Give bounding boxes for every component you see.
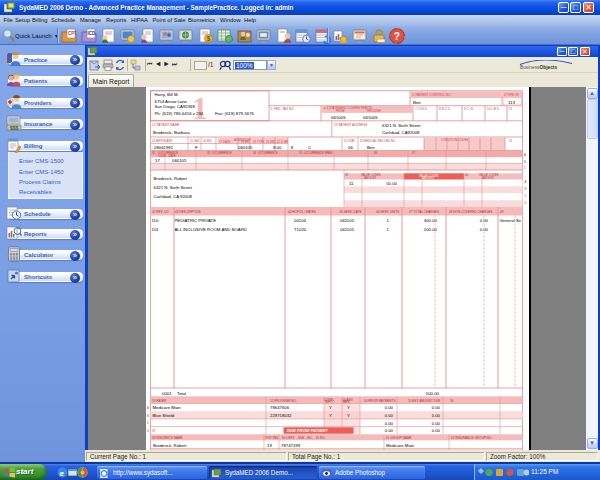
svg-text:113: 113 xyxy=(508,100,516,105)
svg-text:AMOUNT: AMOUNT xyxy=(482,176,494,180)
svg-text:ALL INCLUSIVE ROOM AND BOARD: ALL INCLUSIVE ROOM AND BOARD xyxy=(175,227,247,232)
svg-text:57: 57 xyxy=(152,429,156,433)
svg-text:Broderick, Robert: Broderick, Robert xyxy=(153,443,187,448)
svg-text:061105: 061105 xyxy=(340,218,355,223)
svg-text:061105: 061105 xyxy=(340,227,355,232)
svg-text:A: A xyxy=(525,180,527,184)
svg-text:060105: 060105 xyxy=(238,145,253,150)
svg-text:8 N-C D.: 8 N-C D. xyxy=(439,107,451,111)
svg-text:CPT: CPT xyxy=(68,31,77,36)
svg-text:22 STAT: 22 STAT xyxy=(344,139,355,143)
svg-text:9.00: 9.00 xyxy=(273,145,282,150)
svg-text:B: B xyxy=(525,187,527,191)
svg-text:C: C xyxy=(525,194,528,198)
svg-text:AMOUNT: AMOUNT xyxy=(422,176,434,180)
svg-text:59 P. REL: 59 P. REL xyxy=(265,436,279,440)
svg-text:55 EST. AMOUNT DUE: 55 EST. AMOUNT DUE xyxy=(408,399,440,403)
svg-text:0.00: 0.00 xyxy=(385,413,394,418)
svg-text:12 PATIENT NAME: 12 PATIENT NAME xyxy=(152,123,179,127)
svg-text:061005: 061005 xyxy=(363,115,378,120)
svg-text:CODE DATE: CODE DATE xyxy=(158,154,176,158)
svg-text:Fax: (619) 879-5676: Fax: (619) 879-5676 xyxy=(215,111,255,116)
svg-text:4 TYPE OF: 4 TYPE OF xyxy=(504,93,519,97)
svg-text:DUE FROM PATIENT: DUE FROM PATIENT xyxy=(287,428,328,433)
svg-text:34 OCCURRENCE: 34 OCCURRENCE xyxy=(253,151,278,155)
svg-text:Ben: Ben xyxy=(413,100,421,105)
svg-text:11: 11 xyxy=(349,181,354,186)
svg-text:0.00: 0.00 xyxy=(432,428,441,433)
svg-text:16 MS: 16 MS xyxy=(203,139,211,143)
svg-text:0.00: 0.00 xyxy=(432,405,441,410)
svg-text:300.00: 300.00 xyxy=(424,218,438,223)
svg-text:Medicare Main: Medicare Main xyxy=(153,405,182,410)
svg-text:CONDITION CODES: CONDITION CODES xyxy=(441,138,468,142)
svg-text:ICD: ICD xyxy=(87,31,96,36)
svg-text:A: A xyxy=(147,406,149,410)
svg-text:Y: Y xyxy=(347,413,350,418)
svg-text:B: B xyxy=(147,414,149,418)
svg-text:C: C xyxy=(308,145,311,150)
svg-text:40: 40 xyxy=(465,173,469,177)
svg-text:46 SERV. UNITS: 46 SERV. UNITS xyxy=(376,210,399,214)
svg-text:110: 110 xyxy=(152,218,159,223)
svg-text:50.00: 50.00 xyxy=(386,181,397,186)
svg-text:$: $ xyxy=(206,35,210,43)
svg-text:61 GROUP NAME: 61 GROUP NAME xyxy=(386,436,411,440)
svg-text:13 PATIENT ADDRESS: 13 PATIENT ADDRESS xyxy=(334,123,367,127)
svg-text:14 BIRTHDATE: 14 BIRTHDATE xyxy=(152,139,172,143)
svg-text:33 OCCURRENCE: 33 OCCURRENCE xyxy=(207,151,232,155)
svg-text:5. FED. TAX NO.: 5. FED. TAX NO. xyxy=(271,107,295,111)
svg-text:0.00: 0.00 xyxy=(432,413,441,418)
svg-text:19: 19 xyxy=(267,443,272,448)
svg-text:Ph: (619) 786-6456 x 234: Ph: (619) 786-6456 x 234 xyxy=(155,111,204,116)
svg-text:78647606: 78647606 xyxy=(270,405,290,410)
svg-text:S: S xyxy=(291,145,294,150)
svg-text:Carlsbad, CA92008: Carlsbad, CA92008 xyxy=(382,130,420,135)
svg-text:061005: 061005 xyxy=(331,115,346,120)
svg-text:39: 39 xyxy=(345,173,349,177)
svg-text:32: 32 xyxy=(152,151,156,155)
svg-text:0.00: 0.00 xyxy=(385,421,394,426)
svg-text:58 INSURED'S NAME: 58 INSURED'S NAME xyxy=(152,436,183,440)
svg-text:AMOUNT: AMOUNT xyxy=(364,176,376,180)
svg-text:06: 06 xyxy=(348,145,353,150)
svg-text:B: B xyxy=(524,160,526,164)
svg-text:F: F xyxy=(195,145,198,150)
svg-text:C: C xyxy=(524,166,527,170)
svg-text:Y: Y xyxy=(329,413,332,418)
svg-text:31: 31 xyxy=(509,139,513,143)
svg-text:11: 11 xyxy=(509,107,512,111)
svg-text:101: 101 xyxy=(152,227,160,232)
svg-text:47 TOTAL CHARGES: 47 TOTAL CHARGES xyxy=(409,210,439,214)
svg-text:500.00: 500.00 xyxy=(426,391,440,396)
svg-text:45 SERV. DATE: 45 SERV. DATE xyxy=(340,210,362,214)
svg-text:6321 N. Sixth Street: 6321 N. Sixth Street xyxy=(154,185,193,190)
svg-text:Broderick, Robert: Broderick, Robert xyxy=(154,176,188,181)
svg-text:Carlsbad, CA 92008: Carlsbad, CA 92008 xyxy=(154,194,193,199)
svg-text:51 PROVIDER NO.: 51 PROVIDER NO. xyxy=(270,399,297,403)
svg-text:FROM: FROM xyxy=(336,109,345,113)
svg-text:78747199: 78747199 xyxy=(281,443,301,448)
svg-text:44 HCPCS / RATES: 44 HCPCS / RATES xyxy=(288,210,316,214)
svg-text:Medicare Main: Medicare Main xyxy=(386,443,415,448)
svg-text:36: 36 xyxy=(374,151,378,155)
svg-text:A: A xyxy=(524,153,526,157)
svg-text:54 PRIOR PAYMENTS: 54 PRIOR PAYMENTS xyxy=(364,399,396,403)
svg-text:0.00: 0.00 xyxy=(385,405,394,410)
svg-text:3. PATIENT CONTROL NO.: 3. PATIENT CONTROL NO. xyxy=(412,93,451,97)
svg-text:50 PAYER: 50 PAYER xyxy=(152,399,167,403)
svg-text:43 DESCRIPTION: 43 DESCRIPTION xyxy=(175,210,200,214)
svg-text:BusinessObjects: BusinessObjects xyxy=(520,65,557,70)
svg-text:San Diego, CA92368: San Diego, CA92368 xyxy=(155,104,196,109)
svg-text:23 MEDICAL RECORD NO.: 23 MEDICAL RECORD NO. xyxy=(360,139,396,143)
svg-text:0.00: 0.00 xyxy=(385,428,394,433)
svg-text:Harry, Bill M.: Harry, Bill M. xyxy=(155,92,179,97)
svg-text:Blue Shield: Blue Shield xyxy=(153,413,175,418)
svg-text:Y: Y xyxy=(329,405,332,410)
svg-text:Total: Total xyxy=(177,391,186,396)
svg-text:37: 37 xyxy=(412,151,416,155)
svg-text:08061991: 08061991 xyxy=(154,145,174,150)
svg-text:200.00: 200.00 xyxy=(424,227,438,232)
svg-text:35 OCCURRENCE SPAN: 35 OCCURRENCE SPAN xyxy=(299,151,332,155)
svg-text:e: e xyxy=(60,469,65,478)
